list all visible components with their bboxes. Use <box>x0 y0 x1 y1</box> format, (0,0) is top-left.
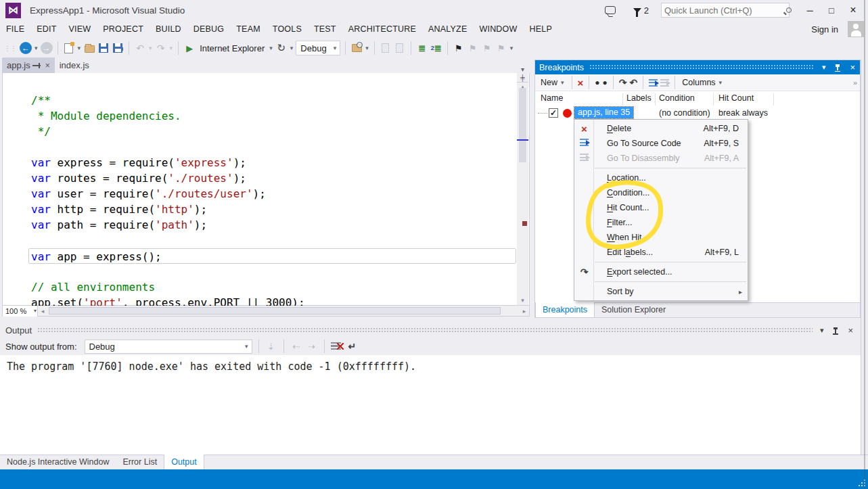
code-line-3[interactable]: * Module dependencies. <box>31 108 518 124</box>
output-log[interactable]: The program '[7760] node.exe' has exited… <box>0 355 861 455</box>
scroll-down-icon[interactable]: ▾ <box>517 297 528 304</box>
tab-nodejs-interactive-window[interactable]: Node.js Interactive Window <box>0 455 116 469</box>
column-hit-count[interactable]: Hit Count <box>718 93 754 103</box>
columns-button[interactable]: Columns ▾ <box>681 78 724 87</box>
menu-project[interactable]: PROJECT <box>97 22 150 37</box>
window-position-icon[interactable]: ▾ <box>820 63 828 72</box>
go-to-source-icon[interactable] <box>649 79 658 87</box>
output-title-bar[interactable]: Output ▾ × <box>0 323 861 337</box>
column-name[interactable]: Name <box>541 93 563 103</box>
menu-item-location[interactable]: Location... <box>574 170 748 185</box>
code-line-14[interactable]: // all environments <box>31 279 518 295</box>
menu-item-sort-by[interactable]: Sort by▸ <box>574 284 748 299</box>
save-icon[interactable] <box>99 43 108 53</box>
scroll-left-icon[interactable]: ◂ <box>38 308 47 315</box>
menu-tools[interactable]: TOOLS <box>267 22 308 37</box>
code-line-2[interactable]: /** <box>31 93 518 108</box>
toolbar-options-icon[interactable]: ▾ <box>509 45 514 51</box>
navigate-back-dropdown-icon[interactable]: ▾ <box>34 45 39 51</box>
export-breakpoints-icon[interactable]: ↷ <box>619 77 627 88</box>
menu-debug[interactable]: DEBUG <box>187 22 230 37</box>
code-line-10[interactable]: var path = require('path'); <box>31 217 518 233</box>
find-dropdown-icon[interactable]: ▾ <box>365 45 369 51</box>
menu-file[interactable]: FILE <box>0 22 30 37</box>
browser-target-label[interactable]: Internet Explorer <box>198 43 267 53</box>
restart-dropdown-icon[interactable]: ▾ <box>290 45 294 51</box>
code-editor[interactable]: /** * Module dependencies. */var express… <box>2 73 530 306</box>
tab-error-list[interactable]: Error List <box>116 455 164 469</box>
menu-help[interactable]: HELP <box>524 22 558 37</box>
undo-icon[interactable]: ↶ <box>134 42 146 54</box>
horizontal-scroll-track[interactable] <box>47 306 520 317</box>
code-line-5[interactable] <box>31 139 518 155</box>
pin-icon[interactable] <box>837 64 838 70</box>
output-source-combo[interactable]: Debug ▾ <box>85 340 252 354</box>
code-line-6[interactable]: var express = require('express'); <box>31 155 518 170</box>
code-area[interactable]: /** * Module dependencies. */var express… <box>3 73 518 305</box>
tab-output[interactable]: Output <box>164 455 204 469</box>
code-line-9[interactable]: var http = require('http'); <box>31 202 518 217</box>
vertical-scroll-thumb[interactable] <box>519 88 526 162</box>
navigate-back-button[interactable]: ← <box>20 42 32 54</box>
tab-solution-explorer[interactable]: Solution Explorer <box>595 303 672 317</box>
menu-item-hit-count[interactable]: Hit Count... <box>574 200 748 215</box>
breakpoint-checkbox[interactable]: ✓ <box>549 108 558 118</box>
editor-vertical-scrollbar[interactable]: ╪ ▴ ▾ <box>517 73 528 305</box>
code-line-13[interactable] <box>31 264 518 279</box>
browser-dropdown-icon[interactable]: ▾ <box>269 45 273 51</box>
close-icon[interactable]: × <box>846 325 855 335</box>
navigate-forward-button[interactable]: → <box>41 42 53 54</box>
import-breakpoints-icon[interactable]: ↶ <box>630 77 638 88</box>
tab-index-js[interactable]: index.js <box>55 57 94 73</box>
quick-launch-input[interactable] <box>662 5 786 16</box>
close-icon[interactable]: × <box>848 62 857 72</box>
column-labels[interactable]: Labels <box>626 93 652 103</box>
split-window-handle[interactable]: ╪ <box>517 73 528 83</box>
maximize-button[interactable]: □ <box>821 2 842 18</box>
window-position-icon[interactable]: ▾ <box>818 326 826 335</box>
tab-app-js[interactable]: app.js × <box>2 57 55 73</box>
delete-all-breakpoints-icon[interactable]: ● <box>595 78 599 87</box>
tab-list-dropdown-icon[interactable]: ▾ <box>521 66 524 73</box>
toolbar-overflow-icon[interactable]: » <box>853 78 857 87</box>
user-avatar[interactable] <box>848 21 864 37</box>
notifications-icon[interactable] <box>633 8 641 13</box>
new-file-icon[interactable] <box>64 43 73 53</box>
horizontal-scroll-thumb[interactable] <box>49 307 501 315</box>
toolbar-grip[interactable]: ⋮⋮ <box>4 45 16 52</box>
delete-breakpoint-icon[interactable]: × <box>578 77 584 89</box>
close-button[interactable]: × <box>842 2 864 18</box>
menu-architecture[interactable]: ARCHITECTURE <box>342 22 422 37</box>
code-line-12[interactable]: var app = express(); <box>28 248 516 264</box>
tab-breakpoints[interactable]: Breakpoints <box>535 302 595 317</box>
menu-item-condition[interactable]: Condition... <box>574 185 748 200</box>
new-breakpoint-button[interactable]: New ▾ <box>539 78 566 87</box>
toggle-bookmark-icon[interactable]: ⚑ <box>453 42 465 54</box>
configuration-combo[interactable]: Debug ▾ <box>296 41 340 55</box>
feedback-icon[interactable] <box>605 6 616 14</box>
code-line-1[interactable] <box>31 77 518 93</box>
toggle-word-wrap-icon[interactable]: ↵ <box>348 341 357 352</box>
clear-all-output-icon[interactable] <box>331 342 341 351</box>
menu-item-edit-labels[interactable]: Edit labels...Alt+F9, L <box>574 245 748 260</box>
breakpoints-title-bar[interactable]: Breakpoints ▾ × <box>535 60 860 74</box>
quick-launch-box[interactable] <box>661 3 790 18</box>
menu-test[interactable]: TEST <box>308 22 342 37</box>
breakpoint-row[interactable]: ✓ app.js, line 35 (no condition) break a… <box>535 106 860 120</box>
notification-count[interactable]: 2 <box>644 5 649 16</box>
menu-item-go-to-source-code[interactable]: Go To Source CodeAlt+F9, S <box>574 136 748 151</box>
redo-icon[interactable]: ↷ <box>155 42 167 54</box>
menu-item-delete[interactable]: ×DeleteAlt+F9, D <box>574 121 748 136</box>
zoom-level-combo[interactable]: 100 % ▾ <box>3 306 38 317</box>
menu-view[interactable]: VIEW <box>62 22 97 37</box>
open-file-icon[interactable] <box>85 45 95 53</box>
scroll-right-icon[interactable]: ▸ <box>520 308 529 315</box>
start-debugging-icon[interactable]: ▶ <box>183 42 196 54</box>
pin-icon[interactable] <box>835 327 836 333</box>
code-line-4[interactable]: */ <box>31 124 518 139</box>
toggle-all-breakpoints-icon[interactable]: ● <box>603 78 608 87</box>
find-in-files-icon[interactable] <box>352 44 362 52</box>
decrease-indent-icon[interactable]: ≣ <box>416 42 428 54</box>
save-all-icon[interactable] <box>113 43 122 53</box>
menu-item-filter[interactable]: Filter... <box>574 215 748 230</box>
